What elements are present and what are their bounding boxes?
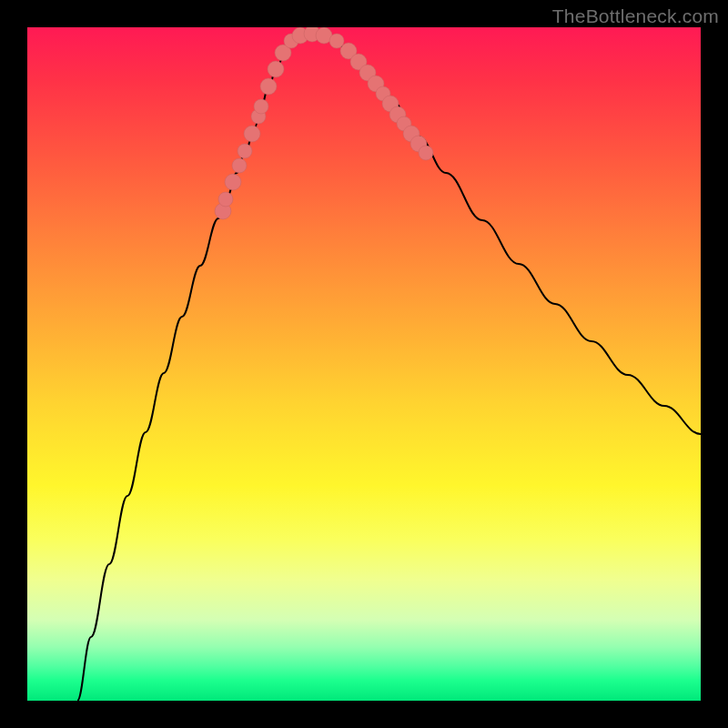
chart-overlay (27, 27, 701, 701)
curve-marker (244, 126, 260, 142)
curve-marker (225, 174, 241, 190)
curve-marker (232, 158, 247, 173)
curve-marker (268, 61, 284, 77)
curve-marker (254, 99, 268, 114)
curve-markers (215, 27, 433, 219)
curve-marker (238, 144, 252, 158)
chart-frame (27, 27, 701, 701)
watermark-text: TheBottleneck.com (552, 5, 719, 27)
curve-marker (260, 78, 277, 95)
curve-marker (218, 192, 233, 207)
curve-marker (419, 146, 433, 160)
bottleneck-curve (77, 34, 701, 701)
